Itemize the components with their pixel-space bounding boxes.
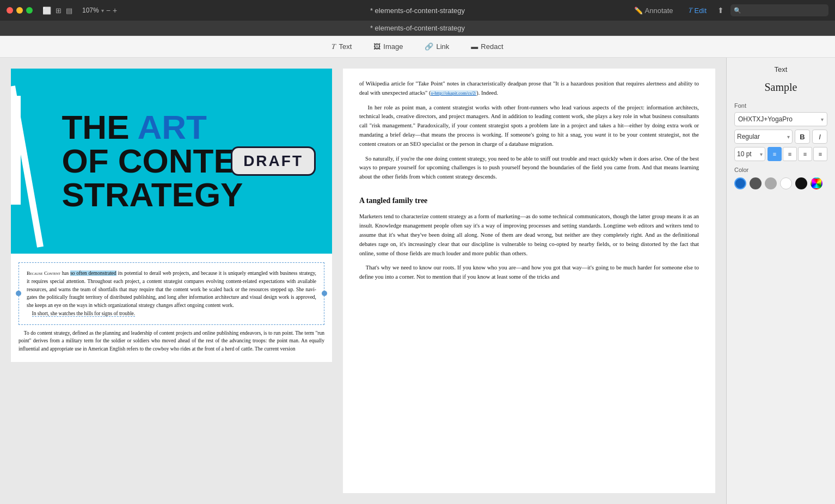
- traffic-lights: [7, 7, 33, 14]
- align-left-button[interactable]: ≡: [768, 147, 782, 161]
- font-size-dropdown[interactable]: 10 pt ▾: [734, 147, 765, 161]
- handle-right[interactable]: [322, 291, 327, 296]
- right-page: of Wikipedia article for "Take Point" no…: [343, 69, 715, 493]
- bold-button[interactable]: B: [795, 130, 810, 144]
- blue-color-swatch[interactable]: [734, 177, 746, 189]
- toolbar-right: ✏️ Annotate 𝑇 Edit ⬆ 🔍: [630, 4, 828, 16]
- wiki-link[interactable]: o-http://okapit.com/cs/2/: [431, 90, 476, 96]
- search-wrapper: 🔍: [730, 4, 828, 16]
- body-paragraph-inline: In short, she watches the hills for sign…: [27, 310, 316, 318]
- right-para-1: of Wikipedia article for "Take Point" no…: [359, 79, 699, 98]
- font-chevron-icon: ▾: [821, 116, 824, 122]
- font-dropdown[interactable]: OHXTXJ+YogaPro ▾: [734, 112, 827, 126]
- annotate-label: Annotate: [645, 7, 673, 15]
- size-align-row: 10 pt ▾ ≡ ≡ ≡ ≡: [734, 147, 827, 161]
- document-area: THE ART OF CONTENT STRATEGY DRAFT Becaus…: [0, 58, 726, 504]
- highlighted-text: so often demonstrated: [70, 271, 116, 276]
- light-gray-color-swatch[interactable]: [765, 177, 777, 189]
- window-controls: ⬜ ⊞ ▤: [42, 7, 72, 15]
- cover-image: THE ART OF CONTENT STRATEGY DRAFT: [11, 69, 332, 254]
- font-style-value: Regular: [737, 133, 760, 140]
- right-para-2: In her role as point man, a content stra…: [359, 103, 699, 149]
- layout-icon[interactable]: ▤: [66, 7, 72, 15]
- pencil-icon: ✏️: [634, 7, 643, 15]
- grid-view-icon[interactable]: ⊞: [56, 7, 62, 15]
- link-label: Link: [436, 42, 449, 51]
- zoom-out-button[interactable]: −: [106, 6, 110, 15]
- redact-format-button[interactable]: ▬ Redact: [466, 40, 507, 53]
- sidebar-toggle-icon[interactable]: ⬜: [42, 7, 51, 15]
- section-heading: A tangled family tree: [359, 195, 699, 207]
- text-content: Because Content has so often demonstrate…: [11, 254, 332, 362]
- redact-label: Redact: [481, 42, 503, 51]
- align-right-button[interactable]: ≡: [798, 147, 812, 161]
- right-para-3: So naturally, if you're the one doing co…: [359, 155, 699, 182]
- body-paragraph-2: To do content strategy, defined as the p…: [19, 329, 324, 353]
- doc-title: * elements-of-content-strategy: [370, 7, 465, 15]
- right-para-4: Marketers tend to characterize content s…: [359, 212, 699, 258]
- color-section-label: Color: [734, 167, 827, 173]
- right-para-5: That's why we need to know our roots. If…: [359, 263, 699, 282]
- zoom-chevron-icon[interactable]: ▾: [101, 8, 104, 14]
- maximize-button[interactable]: [26, 7, 33, 14]
- search-input[interactable]: [730, 4, 828, 16]
- italic-label: I: [819, 133, 821, 141]
- align-justify-button[interactable]: ≡: [813, 147, 827, 161]
- rainbow-color-swatch[interactable]: [811, 177, 822, 189]
- draft-badge: DRAFT: [231, 146, 316, 176]
- font-size-value: 10 pt: [737, 150, 752, 158]
- panel-title: Text: [734, 65, 827, 73]
- right-panel: Text Sample Font OHXTXJ+YogaPro ▾ Regula…: [726, 58, 835, 504]
- text-icon: 𝑇: [331, 42, 336, 51]
- italic-button[interactable]: I: [812, 130, 827, 144]
- align-buttons: ≡ ≡ ≡ ≡: [768, 147, 827, 161]
- right-page-text: of Wikipedia article for "Take Point" no…: [359, 79, 699, 282]
- cover-art-word: ART: [137, 108, 206, 146]
- doc-titlebar: * elements-of-content-strategy: [0, 21, 835, 36]
- edit-label: Edit: [695, 7, 707, 15]
- text-format-button[interactable]: 𝑇 Text: [327, 40, 356, 53]
- cover-line1: THE: [62, 108, 130, 146]
- redact-icon: ▬: [471, 42, 478, 51]
- dark-gray-color-swatch[interactable]: [750, 177, 762, 189]
- black-color-swatch[interactable]: [795, 177, 807, 189]
- zoom-control: 107% ▾ − +: [82, 6, 117, 15]
- search-icon: 🔍: [734, 7, 741, 14]
- annotate-button[interactable]: ✏️ Annotate: [630, 5, 678, 16]
- minimize-button[interactable]: [16, 7, 23, 14]
- font-style-row: Regular ▾ B I: [734, 130, 827, 144]
- image-format-button[interactable]: 🖼 Image: [369, 40, 407, 53]
- bold-label: B: [800, 133, 805, 141]
- page-left: THE ART OF CONTENT STRATEGY DRAFT Becaus…: [11, 69, 332, 493]
- zoom-level[interactable]: 107%: [82, 7, 99, 14]
- cursor-icon: 𝑇: [689, 6, 692, 15]
- align-center-button[interactable]: ≡: [783, 147, 797, 161]
- share-button[interactable]: ⬆: [717, 6, 724, 15]
- font-style-dropdown[interactable]: Regular ▾: [734, 130, 793, 144]
- body-text-area: To do content strategy, defined as the p…: [19, 329, 324, 353]
- link-icon: 🔗: [425, 42, 433, 51]
- font-name: OHXTXJ+YogaPro: [738, 115, 793, 123]
- format-toolbar: 𝑇 Text 🖼 Image 🔗 Link ▬ Redact: [0, 36, 835, 58]
- edit-button[interactable]: 𝑇 Edit: [684, 4, 711, 16]
- main-layout: THE ART OF CONTENT STRATEGY DRAFT Becaus…: [0, 58, 835, 504]
- body-paragraph-1: Because Content has so often demonstrate…: [27, 269, 316, 310]
- titlebar: ⬜ ⊞ ▤ 107% ▾ − + * elements-of-content-s…: [0, 0, 835, 21]
- link-format-button[interactable]: 🔗 Link: [420, 40, 453, 53]
- color-swatches: [734, 177, 827, 189]
- close-button[interactable]: [7, 7, 13, 14]
- size-chevron-icon: ▾: [760, 151, 763, 157]
- doc-filename: * elements-of-content-strategy: [370, 24, 465, 32]
- image-icon: 🖼: [373, 42, 380, 51]
- small-caps-text: Because Content: [27, 271, 60, 276]
- sample-text: Sample: [734, 81, 827, 94]
- text-label: Text: [339, 42, 352, 51]
- selected-text-box[interactable]: Because Content has so often demonstrate…: [19, 262, 324, 325]
- style-chevron-icon: ▾: [787, 134, 790, 140]
- dashed-underline-text: In short, she watches the hills for sign…: [32, 311, 136, 317]
- italic-want: want: [595, 132, 606, 138]
- white-color-swatch[interactable]: [780, 177, 792, 189]
- cover-line3: STRATEGY: [62, 176, 243, 213]
- zoom-in-button[interactable]: +: [113, 6, 117, 15]
- handle-left[interactable]: [16, 291, 21, 296]
